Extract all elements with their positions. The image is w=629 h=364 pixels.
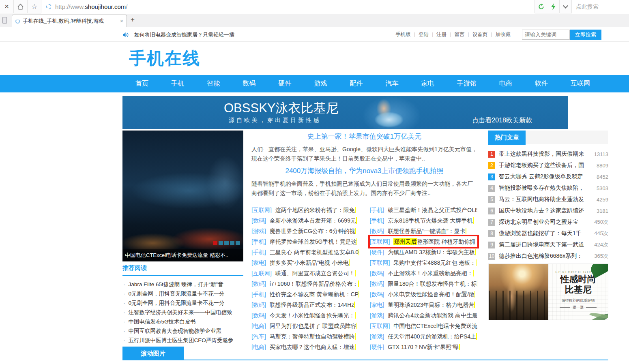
news-category-tag[interactable]: [数码] [251, 215, 266, 226]
news-category-tag[interactable]: [手机] [370, 215, 384, 226]
news-category-tag[interactable]: [数码] [370, 226, 384, 236]
scroll-images-tab[interactable]: 滚动图片 [122, 347, 184, 360]
news-category-tag[interactable]: [互联网] [370, 321, 390, 331]
tab-list-icon[interactable] [2, 17, 7, 24]
top-banner-ad[interactable]: OBSSKY泳衣比基尼 源自欧美，穿出夏日新性感 点击看2018欧美新款 [122, 96, 568, 129]
bookmark-star-icon[interactable]: ☆ [28, 0, 41, 13]
news-item[interactable]: [游戏] 腾讯公布4款全新功能游戏 高中生最 [370, 310, 478, 321]
banner-cta[interactable]: 点击看2018欧美新款 [472, 116, 532, 125]
top-link[interactable]: 手机版 [395, 31, 411, 38]
recommend-item[interactable]: Jabra Elite 65t捷波朗 臻律，打开“新”音 [122, 280, 243, 289]
news-category-tag[interactable]: [数码] [251, 278, 266, 289]
news-item[interactable]: [手机] 摩托罗拉全球首发5G手机！竟是这 [251, 236, 359, 247]
tab-close-icon[interactable]: × [120, 18, 123, 24]
recommend-item[interactable]: 中国互联网教育大会现智能教学企业黑 [122, 326, 243, 336]
hot-articles-tab[interactable]: 热门文章 [488, 131, 526, 145]
news-category-tag[interactable]: [手机] [251, 236, 266, 247]
feature-headline[interactable]: 史上第一家！苹果市值突破1万亿美元 [251, 132, 477, 141]
news-category-tag[interactable]: [电商] [251, 321, 266, 331]
chevron-down-icon[interactable] [559, 0, 571, 13]
slider-dot[interactable] [224, 241, 229, 245]
news-category-tag[interactable]: [游戏] [370, 331, 384, 342]
hot-article-item[interactable]: 2 手游馆老板购买了这些设备后，国 8809 [488, 160, 608, 171]
news-item[interactable]: [互联网] 采购中支付宝4888元红包 老板： [370, 257, 478, 268]
browser-tab[interactable]: 手机在线_手机,数码,智能科技,游戏 × [12, 15, 127, 27]
recommend-item[interactable]: 注智数字经济共创美好未来——中国电信致 [122, 308, 243, 317]
news-category-tag[interactable]: [互联网] [370, 257, 390, 268]
news-item[interactable]: [游戏] 魔兽世界全新CG公布：6分钟的视 [251, 226, 359, 236]
news-item[interactable]: [手机] 性价完全不输友商 黄章曝新机：CP [251, 289, 359, 300]
news-category-tag[interactable]: [汽车] [251, 331, 266, 342]
news-category-tag[interactable]: [游戏] [370, 310, 384, 321]
news-item[interactable]: [互联网] 郑州天后整形医院 种植牙助你拥 [370, 236, 478, 247]
news-item[interactable]: [数码] i7+1060！联想怪兽新品价格公布： [251, 278, 359, 289]
news-item[interactable]: [数码] 小米电竞级性能怪兽亮相！配置/散 [370, 289, 478, 300]
recommend-item[interactable]: 0元刷全网，用抖音无限流量卡不花一分 [122, 289, 243, 298]
slider-dot[interactable] [219, 241, 223, 245]
feature-headline[interactable]: 2400万海报级自拍，华为nova3上市便领跑手机拍照 [251, 166, 477, 176]
nav-item[interactable]: 互联网 [571, 79, 590, 88]
news-item[interactable]: [手机] 破三星垄断！液晶之父正式投产OLE [370, 205, 478, 215]
news-item[interactable]: [互联网] 这两个地区的米粉有福了：限免 [251, 205, 359, 215]
recommend-item[interactable]: 0元刷全网，用抖音无限流量卡不花一分 [122, 298, 243, 308]
news-item[interactable]: [数码] 全新小米游戏本首发开箱：6699元 [251, 215, 359, 226]
nav-item[interactable]: 软件 [535, 79, 548, 88]
keyword-search-input[interactable] [522, 30, 570, 40]
news-item[interactable]: [数码] 限量180台！联想发布怪兽主机：标 [370, 278, 478, 289]
refresh-icon[interactable] [535, 0, 547, 13]
news-category-tag[interactable]: [手机] [251, 247, 266, 257]
new-tab-button[interactable]: + [131, 16, 135, 24]
news-category-tag[interactable]: [数码] [370, 278, 384, 289]
news-category-tag[interactable]: [数码] [370, 268, 384, 278]
news-item[interactable]: [电商] 买家电去哪？这个电商太猛：增速 [251, 342, 359, 352]
news-item[interactable]: [家电] 拼多多买“小米新品”电视 小米电 [251, 257, 359, 268]
news-item[interactable]: [数码] 不止游戏本！小米重磅新品亮相： [370, 268, 478, 278]
hot-article-item[interactable]: 4 智能投影被曝多存在热失焦缺陷， 5303 [488, 182, 608, 194]
ad-cta[interactable]: 逛一逛 [548, 305, 608, 310]
nav-item[interactable]: 数码 [243, 79, 255, 88]
news-category-tag[interactable]: [电商] [251, 342, 266, 352]
news-item[interactable]: [互联网] 联通、阿里宣布成立合资公司！ [251, 268, 359, 278]
nav-item[interactable]: 电商 [499, 79, 512, 88]
recommend-item[interactable]: 五行川派中医博士医生集团CEO严涛受邀参 [122, 336, 243, 345]
news-category-tag[interactable]: [硬件] [370, 342, 384, 352]
slider-dot[interactable] [230, 241, 234, 245]
nav-item[interactable]: 手机 [171, 79, 184, 88]
top-link[interactable]: 留言 [447, 31, 464, 38]
url-bar[interactable]: http://www.shoujihour.com/ [41, 0, 535, 13]
top-link[interactable]: 设首页 [465, 31, 488, 38]
news-category-tag[interactable]: [家电] [251, 257, 266, 268]
hot-article-item[interactable]: 8 傲游浏览器也能挖矿了：每天1千 445次 [488, 228, 608, 239]
news-category-tag[interactable]: [家电] [370, 300, 384, 310]
quick-search-input[interactable] [571, 0, 629, 13]
home-icon[interactable] [14, 0, 28, 13]
news-category-tag[interactable]: [手机] [370, 205, 384, 215]
photo-slider[interactable]: 中国电信CTExcel电话卡免费送流量 精彩不.. [122, 131, 243, 261]
news-item[interactable]: [手机] 三星良心 两年前老机型推送安卓8.0 [251, 247, 359, 257]
nav-item[interactable]: 手游馆 [457, 79, 477, 88]
hot-article-item[interactable]: 10 德莎推出白色泡棉胶6686x系列： 365次 [488, 251, 608, 262]
news-item[interactable]: [数码] 联想怪兽级新品正式发布：144Hz [251, 300, 359, 310]
nav-item[interactable]: 首页 [135, 79, 148, 88]
news-item[interactable]: [硬件] GTX 1170？NV新卡“果照”曝 [370, 342, 478, 352]
top-link[interactable]: 注册 [429, 31, 447, 38]
slider-dot[interactable] [213, 241, 217, 245]
news-category-tag[interactable]: [硬件] [370, 247, 384, 257]
hot-article-item[interactable]: 9 第二届进口跨境电商天下第一武道 424次 [488, 239, 608, 251]
top-link[interactable]: 登陆 [411, 31, 429, 38]
news-category-tag[interactable]: [游戏] [251, 226, 266, 236]
lightning-icon[interactable] [547, 0, 559, 13]
nav-item[interactable]: 家电 [421, 79, 434, 88]
news-item[interactable]: [手机] 京东818手机节火爆来袭 大牌手机 [370, 215, 478, 226]
nav-item[interactable]: 游戏 [314, 79, 327, 88]
news-category-tag[interactable]: [数码] [370, 289, 384, 300]
hot-article-item[interactable]: 1 带上这款黑科技投影，国庆假期来 13113 [488, 148, 608, 160]
news-category-tag[interactable]: [互联网] [251, 268, 272, 278]
announcement-link[interactable]: 如何将旧电器变成智能家居？只需轻轻一插 [123, 31, 234, 39]
site-logo[interactable]: 手机在线 [129, 47, 200, 70]
hot-article-item[interactable]: 3 智云大咖秀 云鹤2影像级单反稳定 8452 [488, 171, 608, 182]
nav-item[interactable]: 硬件 [278, 79, 291, 88]
recommend-item[interactable]: 中国电信发布5G技术白皮书 [122, 317, 243, 326]
slider-dot[interactable] [236, 241, 240, 245]
sidebar-ad[interactable]: FEATHRED GOODS 性感时尚 比基尼 值得推荐的优质好物 逛一逛 [488, 263, 608, 320]
